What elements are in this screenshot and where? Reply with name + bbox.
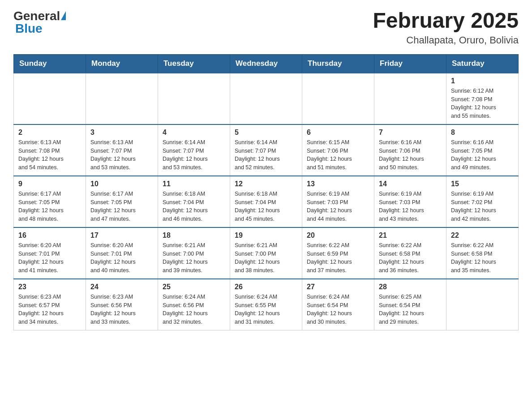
day-info: Sunrise: 6:21 AM Sunset: 7:00 PM Dayligh… [163, 241, 225, 275]
day-info: Sunrise: 6:13 AM Sunset: 7:07 PM Dayligh… [90, 138, 153, 172]
day-number: 18 [163, 231, 225, 240]
day-header-tuesday: Tuesday [158, 54, 230, 73]
day-number: 6 [307, 128, 369, 137]
calendar-cell: 13Sunrise: 6:19 AM Sunset: 7:03 PM Dayli… [302, 176, 374, 227]
day-info: Sunrise: 6:17 AM Sunset: 7:05 PM Dayligh… [90, 190, 153, 223]
calendar-title: February 2025 [373, 9, 519, 33]
day-number: 26 [235, 283, 297, 291]
day-info: Sunrise: 6:24 AM Sunset: 6:56 PM Dayligh… [163, 293, 225, 326]
calendar-cell: 5Sunrise: 6:14 AM Sunset: 7:07 PM Daylig… [230, 124, 302, 176]
day-header-wednesday: Wednesday [230, 54, 302, 73]
calendar-cell [230, 73, 302, 124]
day-number: 5 [235, 128, 297, 137]
day-info: Sunrise: 6:24 AM Sunset: 6:54 PM Dayligh… [307, 293, 369, 326]
day-number: 27 [307, 283, 369, 291]
calendar-cell: 20Sunrise: 6:22 AM Sunset: 6:59 PM Dayli… [302, 227, 374, 279]
day-info: Sunrise: 6:16 AM Sunset: 7:06 PM Dayligh… [379, 138, 442, 172]
day-number: 3 [90, 128, 153, 137]
day-number: 13 [307, 180, 369, 188]
day-number: 20 [307, 231, 369, 240]
calendar-cell [302, 73, 374, 124]
calendar-cell [86, 73, 158, 124]
day-number: 7 [379, 128, 442, 137]
day-info: Sunrise: 6:22 AM Sunset: 6:58 PM Dayligh… [379, 241, 442, 275]
calendar-cell: 4Sunrise: 6:14 AM Sunset: 7:07 PM Daylig… [158, 124, 230, 176]
calendar-cell: 9Sunrise: 6:17 AM Sunset: 7:05 PM Daylig… [14, 176, 86, 227]
day-info: Sunrise: 6:18 AM Sunset: 7:04 PM Dayligh… [163, 190, 225, 223]
day-number: 10 [90, 180, 153, 188]
day-info: Sunrise: 6:15 AM Sunset: 7:06 PM Dayligh… [307, 138, 369, 172]
calendar-cell: 7Sunrise: 6:16 AM Sunset: 7:06 PM Daylig… [374, 124, 446, 176]
calendar-cell [374, 73, 446, 124]
calendar-cell: 19Sunrise: 6:21 AM Sunset: 7:00 PM Dayli… [230, 227, 302, 279]
calendar-subtitle: Challapata, Oruro, Bolivia [373, 34, 519, 46]
day-header-thursday: Thursday [302, 54, 374, 73]
calendar-cell: 24Sunrise: 6:23 AM Sunset: 6:56 PM Dayli… [86, 279, 158, 330]
calendar-cell: 21Sunrise: 6:22 AM Sunset: 6:58 PM Dayli… [374, 227, 446, 279]
calendar-cell: 14Sunrise: 6:19 AM Sunset: 7:03 PM Dayli… [374, 176, 446, 227]
day-number: 2 [18, 128, 81, 137]
day-info: Sunrise: 6:19 AM Sunset: 7:03 PM Dayligh… [307, 190, 369, 223]
calendar-cell: 25Sunrise: 6:24 AM Sunset: 6:56 PM Dayli… [158, 279, 230, 330]
day-number: 21 [379, 231, 442, 240]
calendar-cell: 26Sunrise: 6:24 AM Sunset: 6:55 PM Dayli… [230, 279, 302, 330]
calendar-cell: 17Sunrise: 6:20 AM Sunset: 7:01 PM Dayli… [86, 227, 158, 279]
day-number: 28 [379, 283, 442, 291]
logo: General Blue [13, 9, 66, 36]
calendar-cell: 1Sunrise: 6:12 AM Sunset: 7:08 PM Daylig… [446, 73, 519, 124]
day-info: Sunrise: 6:20 AM Sunset: 7:01 PM Dayligh… [18, 241, 81, 275]
day-header-sunday: Sunday [14, 54, 86, 73]
title-block: February 2025 Challapata, Oruro, Bolivia [373, 9, 519, 46]
calendar-cell: 8Sunrise: 6:16 AM Sunset: 7:05 PM Daylig… [446, 124, 519, 176]
day-info: Sunrise: 6:12 AM Sunset: 7:08 PM Dayligh… [451, 87, 514, 120]
week-row-5: 23Sunrise: 6:23 AM Sunset: 6:57 PM Dayli… [14, 279, 519, 330]
calendar-cell: 3Sunrise: 6:13 AM Sunset: 7:07 PM Daylig… [86, 124, 158, 176]
day-info: Sunrise: 6:14 AM Sunset: 7:07 PM Dayligh… [163, 138, 225, 172]
day-info: Sunrise: 6:22 AM Sunset: 6:59 PM Dayligh… [307, 241, 369, 275]
calendar-cell: 16Sunrise: 6:20 AM Sunset: 7:01 PM Dayli… [14, 227, 86, 279]
calendar-cell: 27Sunrise: 6:24 AM Sunset: 6:54 PM Dayli… [302, 279, 374, 330]
day-number: 9 [18, 180, 81, 188]
logo-blue-text: Blue [15, 21, 43, 36]
day-info: Sunrise: 6:22 AM Sunset: 6:58 PM Dayligh… [451, 241, 514, 275]
day-number: 23 [18, 283, 81, 291]
day-number: 17 [90, 231, 153, 240]
calendar-cell: 2Sunrise: 6:13 AM Sunset: 7:08 PM Daylig… [14, 124, 86, 176]
calendar-cell: 28Sunrise: 6:25 AM Sunset: 6:54 PM Dayli… [374, 279, 446, 330]
calendar-cell: 23Sunrise: 6:23 AM Sunset: 6:57 PM Dayli… [14, 279, 86, 330]
day-number: 25 [163, 283, 225, 291]
calendar-header-row: SundayMondayTuesdayWednesdayThursdayFrid… [14, 54, 519, 73]
calendar-table: SundayMondayTuesdayWednesdayThursdayFrid… [13, 54, 519, 330]
day-number: 19 [235, 231, 297, 240]
day-info: Sunrise: 6:21 AM Sunset: 7:00 PM Dayligh… [235, 241, 297, 275]
day-info: Sunrise: 6:16 AM Sunset: 7:05 PM Dayligh… [451, 138, 514, 172]
day-info: Sunrise: 6:25 AM Sunset: 6:54 PM Dayligh… [379, 293, 442, 326]
day-info: Sunrise: 6:13 AM Sunset: 7:08 PM Dayligh… [18, 138, 81, 172]
day-number: 24 [90, 283, 153, 291]
calendar-cell: 22Sunrise: 6:22 AM Sunset: 6:58 PM Dayli… [446, 227, 519, 279]
calendar-cell [158, 73, 230, 124]
calendar-cell: 10Sunrise: 6:17 AM Sunset: 7:05 PM Dayli… [86, 176, 158, 227]
logo-triangle-icon [61, 11, 66, 20]
day-header-friday: Friday [374, 54, 446, 73]
day-info: Sunrise: 6:23 AM Sunset: 6:56 PM Dayligh… [90, 293, 153, 326]
day-header-monday: Monday [86, 54, 158, 73]
day-number: 15 [451, 180, 514, 188]
calendar-cell [14, 73, 86, 124]
day-info: Sunrise: 6:19 AM Sunset: 7:02 PM Dayligh… [451, 190, 514, 223]
day-number: 14 [379, 180, 442, 188]
day-number: 22 [451, 231, 514, 240]
day-info: Sunrise: 6:19 AM Sunset: 7:03 PM Dayligh… [379, 190, 442, 223]
day-number: 1 [451, 77, 514, 85]
day-info: Sunrise: 6:18 AM Sunset: 7:04 PM Dayligh… [235, 190, 297, 223]
day-info: Sunrise: 6:17 AM Sunset: 7:05 PM Dayligh… [18, 190, 81, 223]
calendar-cell: 18Sunrise: 6:21 AM Sunset: 7:00 PM Dayli… [158, 227, 230, 279]
day-number: 8 [451, 128, 514, 137]
day-info: Sunrise: 6:24 AM Sunset: 6:55 PM Dayligh… [235, 293, 297, 326]
day-number: 12 [235, 180, 297, 188]
day-number: 16 [18, 231, 81, 240]
week-row-1: 1Sunrise: 6:12 AM Sunset: 7:08 PM Daylig… [14, 73, 519, 124]
day-info: Sunrise: 6:23 AM Sunset: 6:57 PM Dayligh… [18, 293, 81, 326]
page-header: General Blue February 2025 Challapata, O… [13, 9, 519, 46]
calendar-cell: 11Sunrise: 6:18 AM Sunset: 7:04 PM Dayli… [158, 176, 230, 227]
